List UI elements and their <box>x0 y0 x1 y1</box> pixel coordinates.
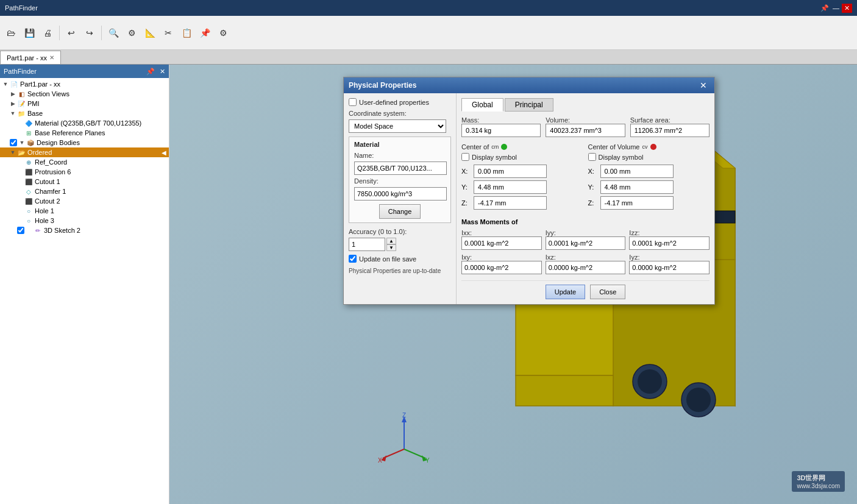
tree-item-base-ref[interactable]: ▶ ⊞ Base Reference Planes <box>0 128 169 138</box>
cm-display-symbol-label: Display symbol <box>472 154 517 161</box>
material-group-title: Material <box>354 141 446 148</box>
undo-button[interactable]: ↩ <box>63 24 80 41</box>
tree-item-material[interactable]: ▶ 🔷 Material (Q235B,GB/T 700,U12355) <box>0 118 169 128</box>
expand-arrow-part1[interactable]: ▼ <box>2 81 9 87</box>
part-icon: 📄 <box>10 80 18 88</box>
save-button[interactable]: 💾 <box>21 24 38 41</box>
tree-label-hole1: Hole 1 <box>35 207 54 215</box>
coord-system-label: Coordinate system: <box>349 110 451 117</box>
tree-item-base[interactable]: ▼ 📁 Base <box>0 108 169 118</box>
sketch2-checkbox[interactable] <box>17 227 24 234</box>
cm-y-label: Y: <box>461 183 471 191</box>
ixx-input[interactable] <box>461 236 542 250</box>
cm-y-row: Y: <box>461 180 583 194</box>
tree-item-section-views[interactable]: ▶ ◧ Section Views <box>0 89 169 99</box>
expand-arrow-base[interactable]: ▼ <box>10 110 16 116</box>
cv-z-input[interactable] <box>600 196 674 210</box>
measure-button[interactable]: 📐 <box>141 24 158 41</box>
dialog-close-btn[interactable]: Close <box>590 285 625 299</box>
iyz-input[interactable] <box>629 261 709 274</box>
redo-button[interactable]: ↪ <box>81 24 98 41</box>
print-button[interactable]: 🖨 <box>39 24 56 41</box>
tree-item-pmi[interactable]: ▶ 📝 PMI <box>0 99 169 108</box>
design-bodies-icon: 📦 <box>26 138 35 147</box>
close-button[interactable]: ✕ <box>842 4 852 13</box>
cut-button[interactable]: ✂ <box>160 24 177 41</box>
svg-point-7 <box>638 369 662 394</box>
tree-item-part1[interactable]: ▼ 📄 Part1.par - xx <box>0 79 169 89</box>
change-button[interactable]: Change <box>379 204 421 219</box>
name-input[interactable] <box>354 161 447 175</box>
ref-coord-icon: ⊕ <box>24 158 33 166</box>
izz-input[interactable] <box>629 236 709 250</box>
zoom-button[interactable]: 🔍 <box>105 24 122 41</box>
tree-item-ref-coord[interactable]: ▶ ⊕ Ref_Coord <box>0 157 169 167</box>
minimize-button[interactable]: — <box>833 4 839 12</box>
accuracy-input[interactable] <box>349 238 385 251</box>
ixy-input[interactable] <box>461 261 542 274</box>
expand-arrow-section[interactable]: ▶ <box>10 91 16 97</box>
cm-x-input[interactable] <box>474 165 547 178</box>
tree-item-cutout1[interactable]: ▶ ⬛ Cutout 1 <box>0 177 169 186</box>
new-button[interactable]: 🗁 <box>2 24 20 41</box>
settings-button[interactable]: ⚙ <box>123 24 140 41</box>
expand-arrow-design[interactable]: ▼ <box>19 140 25 146</box>
watermark-line2: www.3dsjw.com <box>797 483 840 489</box>
left-panel: PathFinder 📌 ✕ ▼ 📄 Part1.par - xx ▶ ◧ Se… <box>0 65 169 504</box>
paste-button[interactable]: 📋 <box>178 24 195 41</box>
cm-display-symbol-checkbox[interactable] <box>461 153 469 161</box>
tab-bar: Part1.par - xx ✕ <box>0 50 857 65</box>
tree-item-chamfer1[interactable]: ▶ ◇ Chamfer 1 <box>0 186 169 196</box>
iyz-label: Iyz: <box>629 254 709 261</box>
dialog-close-button[interactable]: ✕ <box>697 79 709 91</box>
accuracy-down[interactable]: ▼ <box>386 244 396 251</box>
tree-item-sketch2[interactable]: ▶ ✏ 3D Sketch 2 <box>0 225 169 235</box>
cv-dot <box>650 144 656 150</box>
tab-principal[interactable]: Principal <box>505 98 553 112</box>
user-defined-label: User-defined properties <box>359 99 429 106</box>
tab-close-icon[interactable]: ✕ <box>49 54 54 61</box>
tree-item-design-bodies[interactable]: ▼ 📦 Design Bodies <box>0 138 169 147</box>
pin2-button[interactable]: 📌 <box>196 24 213 41</box>
update-on-file-save-checkbox[interactable] <box>349 255 357 263</box>
density-label: Density: <box>354 177 446 185</box>
ixz-input[interactable] <box>546 261 626 274</box>
surface-area-label: Surface area: <box>630 116 709 124</box>
update-button[interactable]: Update <box>546 285 585 299</box>
cv-display-symbol-checkbox[interactable] <box>588 153 596 161</box>
cv-x-input[interactable] <box>600 165 674 178</box>
expand-arrow-ordered[interactable]: ▼ <box>10 149 16 155</box>
design-bodies-checkbox[interactable] <box>10 139 17 146</box>
dialog-buttons: Update Close <box>461 280 709 299</box>
user-defined-row: User-defined properties <box>349 98 451 106</box>
tree-item-hole3[interactable]: ▶ ○ Hole 3 <box>0 216 169 225</box>
moments-bottom-row: Ixy: Ixz: Iyz: <box>461 254 709 274</box>
config-button[interactable]: ⚙ <box>215 24 232 41</box>
panel-close-icon[interactable]: ✕ <box>160 68 165 76</box>
accuracy-up[interactable]: ▲ <box>386 238 396 244</box>
tree-item-cutout2[interactable]: ▶ ⬛ Cutout 2 <box>0 196 169 206</box>
tree-item-protrusion6[interactable]: ▶ ⬛ Protrusion 6 <box>0 167 169 177</box>
coord-system-select[interactable]: Model Space World Part <box>349 119 446 133</box>
expand-arrow-pmi[interactable]: ▶ <box>10 101 16 107</box>
pin-button[interactable]: 📌 <box>820 4 829 12</box>
accuracy-spinner[interactable]: ▲ ▼ <box>386 238 396 251</box>
cm-z-input[interactable] <box>474 196 547 210</box>
panel-pin-icon[interactable]: 📌 <box>146 68 155 76</box>
tree-item-hole1[interactable]: ▶ ○ Hole 1 <box>0 206 169 216</box>
pmi-icon: 📝 <box>17 99 26 108</box>
cm-display-symbol-row: Display symbol <box>461 153 583 161</box>
iyy-input[interactable] <box>546 236 626 250</box>
density-input[interactable] <box>354 187 447 201</box>
title-bar: PathFinder 📌 — ✕ <box>0 0 857 16</box>
cv-y-input[interactable] <box>600 180 674 194</box>
main-tab[interactable]: Part1.par - xx ✕ <box>0 51 61 64</box>
tree-label-section-views: Section Views <box>27 90 69 98</box>
tree-label-base: Base <box>27 110 43 117</box>
tree-label-hole3: Hole 3 <box>35 217 54 224</box>
cm-y-input[interactable] <box>474 180 547 194</box>
tab-global[interactable]: Global <box>461 98 503 112</box>
tree-item-ordered[interactable]: ▼ 📂 Ordered ◀ <box>0 147 169 157</box>
user-defined-checkbox[interactable] <box>349 98 357 106</box>
physical-properties-dialog: Physical Properties ✕ User-defined prope… <box>343 77 715 305</box>
